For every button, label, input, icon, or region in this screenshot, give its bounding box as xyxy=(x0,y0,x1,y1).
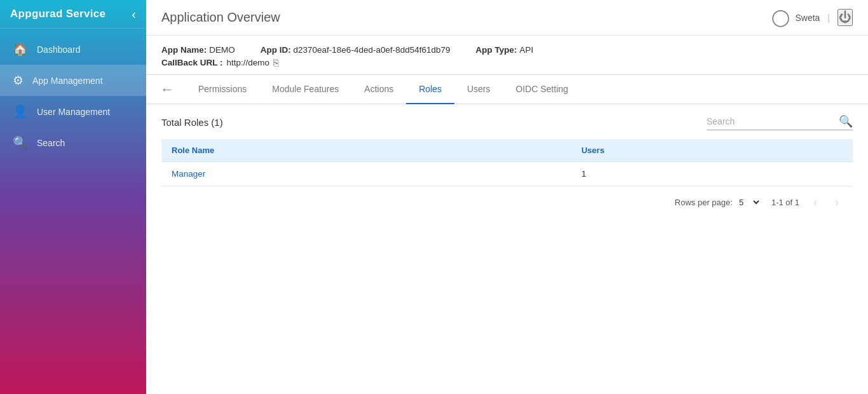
brand-title: Appgurad Service xyxy=(10,8,105,20)
logout-button[interactable]: ⏻ xyxy=(837,9,853,26)
divider: | xyxy=(827,13,830,23)
tab-actions[interactable]: Actions xyxy=(351,75,406,104)
table-header: Role Name Users xyxy=(161,139,853,162)
table-header-row: Total Roles (1) 🔍 xyxy=(161,114,853,130)
col-users: Users xyxy=(571,139,853,162)
app-type-value: API xyxy=(519,45,533,55)
tab-roles[interactable]: Roles xyxy=(406,75,454,104)
sidebar-item-label-user-management: User Management xyxy=(37,107,110,117)
app-type-field: App Type: API xyxy=(476,44,534,55)
col-role-name: Role Name xyxy=(161,139,571,162)
app-info-bar: App Name: DEMO App ID: d2370eaf-18e6-4de… xyxy=(146,36,868,75)
search-nav-icon: 🔍 xyxy=(13,135,28,150)
sidebar-item-label-dashboard: Dashboard xyxy=(37,44,81,55)
user-info: ◯ Sweta | ⏻ xyxy=(771,8,853,27)
page-title: Application Overview xyxy=(161,10,280,25)
sidebar-item-dashboard[interactable]: 🏠 Dashboard xyxy=(0,34,146,65)
app-name-value: DEMO xyxy=(209,45,235,55)
table-body: Manager 1 xyxy=(161,162,853,186)
rows-per-page-select[interactable]: 5 10 25 xyxy=(736,197,761,208)
tab-module-features[interactable]: Module Features xyxy=(259,75,351,104)
user-management-icon: 👤 xyxy=(13,104,28,119)
total-roles-label: Total Roles (1) xyxy=(161,117,223,128)
copy-icon[interactable]: ⎘ xyxy=(273,57,279,68)
app-id-value: d2370eaf-18e6-4ded-a0ef-8dd54f61db79 xyxy=(294,45,451,55)
role-name-cell[interactable]: Manager xyxy=(161,162,571,186)
topbar: Application Overview ◯ Sweta | ⏻ xyxy=(146,0,868,36)
tab-permissions[interactable]: Permissions xyxy=(186,75,259,104)
pagination-bar: Rows per page: 5 10 25 1-1 of 1 ‹ › xyxy=(161,186,853,218)
callback-url-value: http://demo xyxy=(227,58,270,67)
tabs-bar: ← Permissions Module Features Actions Ro… xyxy=(146,75,868,104)
main-content: Application Overview ◯ Sweta | ⏻ App Nam… xyxy=(146,0,868,394)
app-id-label: App ID: xyxy=(261,45,291,55)
tab-users[interactable]: Users xyxy=(454,75,503,104)
rows-per-page-label: Rows per page: xyxy=(675,198,733,207)
page-info: 1-1 of 1 xyxy=(771,198,799,207)
sidebar-item-label-search: Search xyxy=(37,138,65,148)
search-box: 🔍 xyxy=(707,114,853,130)
search-icon[interactable]: 🔍 xyxy=(839,114,853,128)
app-type-label: App Type: xyxy=(476,45,517,55)
sidebar-collapse-button[interactable]: ‹ xyxy=(132,8,136,20)
table-section: Total Roles (1) 🔍 Role Name Users Manage… xyxy=(146,104,868,228)
next-page-button[interactable]: › xyxy=(831,194,843,210)
prev-page-button[interactable]: ‹ xyxy=(810,194,821,210)
search-input[interactable] xyxy=(707,116,834,126)
tab-oidc-setting[interactable]: OIDC Setting xyxy=(503,75,581,104)
roles-table: Role Name Users Manager 1 xyxy=(161,139,853,186)
sidebar-item-search[interactable]: 🔍 Search xyxy=(0,127,146,158)
dashboard-icon: 🏠 xyxy=(13,42,28,57)
username: Sweta xyxy=(795,13,820,23)
user-avatar-icon: ◯ xyxy=(771,8,790,27)
sidebar: Appgurad Service ‹ 🏠 Dashboard ⚙ App Man… xyxy=(0,0,146,394)
table-row: Manager 1 xyxy=(161,162,853,186)
app-name-label: App Name: xyxy=(161,45,207,55)
callback-url-field: CallBack URL : http://demo ⎘ xyxy=(161,57,853,68)
sidebar-item-label-app-management: App Management xyxy=(32,76,103,86)
rows-per-page-control: Rows per page: 5 10 25 xyxy=(675,197,761,208)
callback-url-label: CallBack URL : xyxy=(161,58,223,67)
app-info-row-1: App Name: DEMO App ID: d2370eaf-18e6-4de… xyxy=(161,44,853,55)
back-button[interactable]: ← xyxy=(156,78,178,102)
sidebar-nav: 🏠 Dashboard ⚙ App Management 👤 User Mana… xyxy=(0,34,146,158)
content-area: App Name: DEMO App ID: d2370eaf-18e6-4de… xyxy=(146,36,868,394)
sidebar-item-user-management[interactable]: 👤 User Management xyxy=(0,96,146,127)
users-count-cell: 1 xyxy=(571,162,853,186)
app-management-icon: ⚙ xyxy=(13,73,24,88)
app-id-field: App ID: d2370eaf-18e6-4ded-a0ef-8dd54f61… xyxy=(261,44,451,55)
sidebar-header: Appgurad Service ‹ xyxy=(0,0,146,29)
sidebar-item-app-management[interactable]: ⚙ App Management xyxy=(0,65,146,96)
app-name-field: App Name: DEMO xyxy=(161,44,235,55)
table-header-row-el: Role Name Users xyxy=(161,139,853,162)
